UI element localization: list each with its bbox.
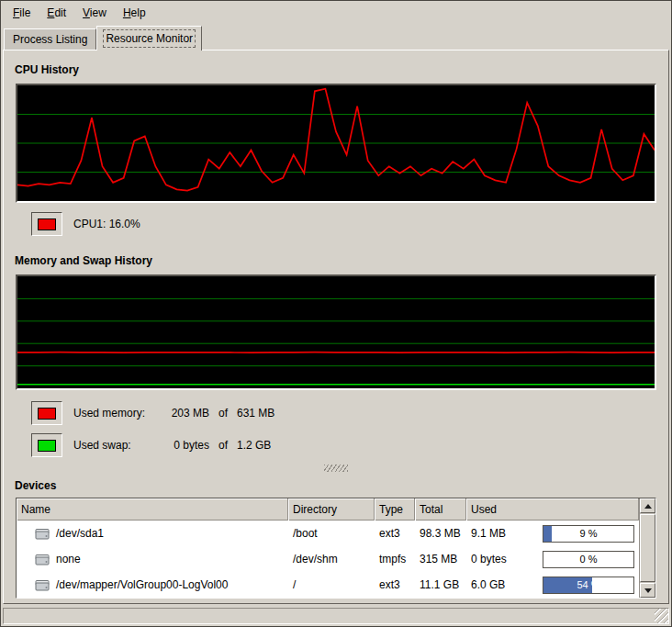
- device-name-cell: /dev/sda1: [17, 527, 288, 540]
- cpu-history-graph: [16, 84, 656, 203]
- device-name: /dev/mapper/VolGroup00-LogVol00: [56, 578, 228, 591]
- swap-total-value: 1.2 GB: [237, 439, 271, 452]
- column-header-used[interactable]: Used: [466, 498, 639, 521]
- drive-icon: [35, 579, 50, 591]
- device-name-cell: none: [17, 553, 288, 565]
- swap-color-swatch: [38, 440, 56, 452]
- device-row-volgroup[interactable]: /dev/mapper/VolGroup00-LogVol00 / ext3 1…: [17, 572, 639, 598]
- memory-legend: Used memory: 203 MB of 631 MB: [31, 401, 668, 425]
- memory-legend-swatch: [31, 401, 62, 425]
- device-directory: /boot: [288, 527, 375, 540]
- memory-color-swatch: [38, 408, 56, 420]
- memory-total-value: 631 MB: [237, 407, 274, 420]
- devices-table: Name Directory Type Total Used /dev/sda1: [16, 498, 656, 599]
- device-used: 0 bytes: [471, 553, 507, 565]
- memory-chart: [17, 276, 655, 388]
- window-resize-grip[interactable]: [655, 609, 668, 623]
- status-bar: [3, 608, 669, 624]
- usage-progressbar: 0 %: [543, 551, 634, 568]
- device-used-cell: 0 bytes 0 %: [466, 551, 639, 568]
- menu-edit[interactable]: Edit: [39, 1, 74, 25]
- device-name: /dev/sda1: [56, 527, 104, 540]
- usage-progressbar: 54 %: [543, 577, 634, 594]
- cpu-chart: [17, 85, 655, 201]
- device-used: 6.0 GB: [471, 578, 505, 591]
- device-directory: /: [288, 578, 375, 591]
- tab-resource-monitor[interactable]: Resource Monitor: [96, 26, 202, 50]
- cpu1-line: [17, 89, 655, 191]
- cpu-legend-swatch: [31, 212, 62, 236]
- column-header-total[interactable]: Total: [415, 498, 466, 521]
- vertical-scrollbar: [639, 498, 655, 598]
- system-monitor-window: File Edit View Help Process Listing Reso…: [0, 0, 672, 627]
- column-header-name[interactable]: Name: [17, 498, 288, 521]
- menu-file[interactable]: File: [5, 1, 39, 25]
- device-used-cell: 9.1 MB 9 %: [466, 525, 639, 543]
- menu-bar: File Edit View Help: [1, 1, 671, 25]
- device-name-cell: /dev/mapper/VolGroup00-LogVol00: [17, 578, 288, 591]
- device-type: ext3: [375, 578, 415, 591]
- device-name: none: [56, 553, 81, 565]
- menu-view[interactable]: View: [74, 1, 115, 25]
- arrow-up-icon: [644, 504, 652, 509]
- memory-history-graph: [16, 274, 656, 390]
- devices-table-header: Name Directory Type Total Used: [17, 498, 639, 521]
- swap-legend: Used swap: 0 bytes of 1.2 GB: [31, 433, 668, 457]
- memory-used-value: 203 MB: [162, 407, 209, 420]
- swap-legend-label: Used swap:: [73, 439, 162, 452]
- swap-used-value: 0 bytes: [162, 439, 209, 452]
- device-type: ext3: [375, 527, 415, 540]
- usage-percent-label: 54 %: [543, 577, 633, 593]
- usage-percent-label: 0 %: [543, 552, 633, 567]
- device-type: tmpfs: [375, 553, 415, 565]
- scroll-up-button[interactable]: [640, 498, 655, 513]
- column-header-type[interactable]: Type: [375, 498, 415, 521]
- usage-progressbar: 9 %: [543, 525, 634, 543]
- column-header-directory[interactable]: Directory: [288, 498, 375, 521]
- cpu-legend-label: CPU1: 16.0%: [73, 218, 140, 230]
- scrollbar-thumb[interactable]: [640, 514, 655, 582]
- scroll-down-button[interactable]: [640, 583, 655, 598]
- memory-history-title: Memory and Swap History: [15, 254, 668, 267]
- cpu1-color-swatch: [38, 218, 56, 230]
- device-total: 11.1 GB: [415, 578, 466, 591]
- drive-icon: [35, 528, 50, 540]
- usage-percent-label: 9 %: [543, 526, 633, 542]
- device-row-none[interactable]: none /dev/shm tmpfs 315 MB 0 bytes 0 %: [17, 546, 639, 572]
- device-total: 315 MB: [415, 553, 466, 565]
- tab-bar: Process Listing Resource Monitor: [1, 25, 671, 50]
- device-total: 98.3 MB: [415, 527, 466, 540]
- swap-legend-swatch: [31, 433, 62, 457]
- menu-help[interactable]: Help: [115, 1, 154, 25]
- device-used-cell: 6.0 GB 54 %: [466, 577, 639, 594]
- tab-process-listing[interactable]: Process Listing: [4, 28, 96, 50]
- swap-of-label: of: [218, 439, 228, 452]
- device-directory: /dev/shm: [288, 553, 375, 565]
- drive-icon: [35, 554, 50, 565]
- devices-table-body: /dev/sda1 /boot ext3 98.3 MB 9.1 MB 9 %: [17, 521, 639, 598]
- cpu-legend: CPU1: 16.0%: [31, 212, 668, 236]
- devices-title: Devices: [15, 479, 668, 492]
- arrow-down-icon: [644, 588, 652, 593]
- device-row-sda1[interactable]: /dev/sda1 /boot ext3 98.3 MB 9.1 MB 9 %: [17, 521, 639, 546]
- memory-legend-label: Used memory:: [73, 407, 162, 420]
- pane-resize-grip[interactable]: [324, 465, 348, 472]
- devices-table-content: Name Directory Type Total Used /dev/sda1: [17, 498, 639, 598]
- cpu-history-title: CPU History: [15, 63, 668, 76]
- device-used: 9.1 MB: [471, 527, 506, 540]
- resource-monitor-panel: CPU History CPU1: 16.0% Memory and Swap …: [3, 50, 669, 604]
- memory-of-label: of: [218, 407, 228, 420]
